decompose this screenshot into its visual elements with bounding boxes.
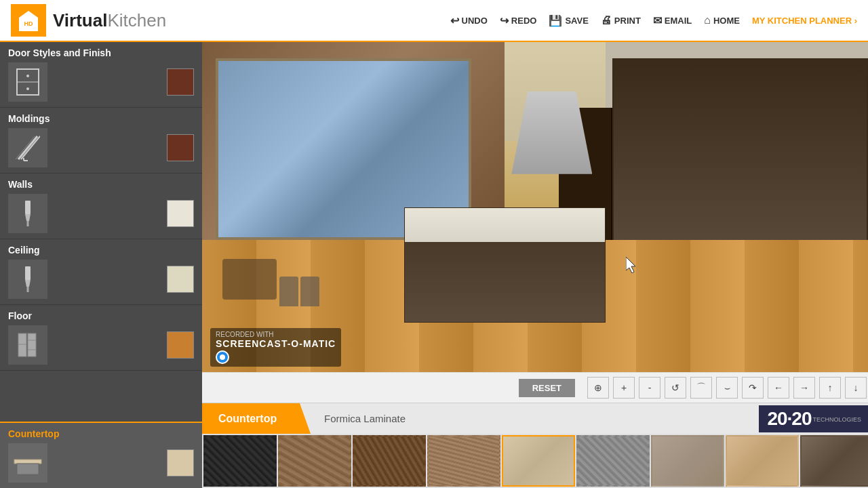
main-layout: Door Styles and Finish Moldings: [0, 42, 868, 488]
pan-left-button[interactable]: ←: [768, 377, 789, 399]
undo-icon: ↩: [450, 14, 459, 27]
door-styles-color[interactable]: [167, 68, 194, 96]
svg-rect-15: [25, 266, 31, 280]
email-button[interactable]: ✉ EMAIL: [653, 14, 692, 27]
cabinet-icon: [16, 68, 40, 96]
undo-button[interactable]: ↩ UNDO: [450, 14, 488, 27]
svg-text:HD: HD: [24, 20, 33, 27]
moldings-color[interactable]: [167, 134, 194, 161]
home-button[interactable]: ⌂ HOME: [704, 14, 740, 26]
svg-rect-23: [14, 460, 41, 464]
countertop-row: [8, 443, 194, 483]
svg-point-5: [26, 75, 29, 77]
header: HD VirtualKitchen ↩ UNDO ↪ REDO 💾 SAVE 🖨…: [0, 0, 868, 42]
svg-line-9: [16, 136, 35, 159]
sample-tile-8[interactable]: [726, 435, 799, 487]
walls-color[interactable]: [167, 200, 194, 227]
countertop-tab-label: Countertop: [218, 413, 277, 425]
sample-tile-3[interactable]: [353, 435, 426, 487]
svg-point-6: [26, 87, 29, 90]
home-label: HOME: [713, 16, 740, 26]
screencast-watermark: RECORDED WITH SCREENCAST-O-MATIC: [210, 328, 341, 367]
reset-button[interactable]: RESET: [519, 379, 575, 397]
dining-table: [222, 259, 277, 300]
sample-tile-2[interactable]: [278, 435, 351, 487]
sample-tile-6[interactable]: [576, 435, 650, 487]
zoom-in-button[interactable]: +: [613, 377, 635, 399]
door-styles-title: Door Styles and Finish: [8, 47, 194, 58]
kitchen-planner-label: MY KITCHEN PLANNER ›: [752, 16, 857, 26]
paintbrush-ceiling-icon: [20, 265, 36, 293]
kitchen-scene: [202, 42, 868, 372]
countertop-icon: [12, 449, 44, 477]
save-icon: 💾: [549, 14, 562, 27]
zoom-fit-button[interactable]: ⊕: [587, 377, 609, 399]
zoom-out-button[interactable]: -: [639, 377, 660, 399]
ceiling-row: [8, 260, 194, 299]
rotate-ccw-button[interactable]: ↺: [665, 377, 686, 399]
app-title-bold: Virtual: [53, 10, 107, 30]
logo-2020: 20·20 TECHNOLOGIES: [759, 405, 868, 432]
save-button[interactable]: 💾 SAVE: [549, 14, 588, 27]
pan-up-button[interactable]: ↑: [819, 377, 841, 399]
walls-section: Walls: [0, 174, 202, 239]
tilt-up-button[interactable]: ⌒: [690, 377, 712, 399]
sidebar: Door Styles and Finish Moldings: [0, 42, 202, 488]
moldings-icon-box[interactable]: [8, 128, 47, 167]
home-icon: ⌂: [704, 14, 711, 26]
countertop-icon-box[interactable]: [8, 443, 47, 483]
kitchen-upper-cabinet: [612, 58, 868, 256]
svg-line-7: [18, 136, 37, 159]
watermark-line1: RECORDED WITH: [216, 331, 336, 338]
pan-down-button[interactable]: ↓: [845, 377, 867, 399]
kitchen-dining-area: [222, 174, 411, 306]
sample-tile-4[interactable]: [427, 435, 500, 487]
print-label: PRINT: [614, 16, 641, 26]
content-area: RECORDED WITH SCREENCAST-O-MATIC RESET ⊕…: [202, 42, 868, 488]
logo-area: HD VirtualKitchen: [11, 4, 166, 37]
home-depot-logo-svg: HD: [15, 7, 42, 34]
sample-tile-1[interactable]: [203, 435, 277, 487]
save-label: SAVE: [565, 16, 588, 26]
dining-chairs: [279, 277, 319, 306]
walls-icon-box[interactable]: [8, 194, 47, 233]
svg-marker-13: [25, 214, 31, 221]
door-styles-icon-box[interactable]: [8, 62, 47, 102]
walls-row: [8, 194, 194, 233]
tilt-down-button[interactable]: ⌣: [716, 377, 738, 399]
watermark-line2: SCREENCAST-O-MATIC: [216, 338, 336, 349]
ceiling-color[interactable]: [167, 266, 194, 293]
home-depot-logo[interactable]: HD: [11, 4, 46, 37]
screencast-logo: [216, 350, 336, 364]
molding-icon: [16, 134, 40, 162]
samples-row: [202, 434, 868, 488]
sample-tile-7[interactable]: [651, 435, 724, 487]
pan-right-cw-button[interactable]: ↷: [742, 377, 764, 399]
ceiling-icon-box[interactable]: [8, 260, 47, 299]
app-title: VirtualKitchen: [53, 10, 166, 31]
svg-rect-18: [18, 333, 26, 357]
print-icon: 🖨: [601, 14, 612, 26]
email-label: EMAIL: [665, 16, 692, 26]
sample-tile-9[interactable]: [800, 435, 868, 487]
ceiling-title: Ceiling: [8, 245, 194, 256]
moldings-title: Moldings: [8, 113, 194, 124]
door-styles-row: [8, 62, 194, 102]
app-title-light: Kitchen: [107, 10, 166, 30]
print-button[interactable]: 🖨 PRINT: [601, 14, 641, 26]
kitchen-render: RECORDED WITH SCREENCAST-O-MATIC: [202, 42, 868, 372]
header-nav: ↩ UNDO ↪ REDO 💾 SAVE 🖨 PRINT ✉ EMAIL ⌂ H…: [450, 14, 857, 27]
kitchen-planner-button[interactable]: MY KITCHEN PLANNER ›: [752, 16, 857, 26]
svg-marker-16: [25, 280, 31, 287]
floor-color[interactable]: [167, 331, 194, 359]
sample-tile-5[interactable]: [502, 435, 575, 487]
floor-icon-box[interactable]: [8, 325, 47, 365]
countertop-color[interactable]: [167, 449, 194, 476]
countertop-title: Countertop: [8, 428, 194, 439]
email-icon: ✉: [653, 14, 662, 27]
pan-right-button[interactable]: →: [793, 377, 815, 399]
walls-title: Walls: [8, 179, 194, 190]
svg-rect-19: [28, 333, 36, 357]
countertop-tab[interactable]: Countertop: [202, 403, 311, 434]
redo-button[interactable]: ↪ REDO: [500, 14, 537, 27]
